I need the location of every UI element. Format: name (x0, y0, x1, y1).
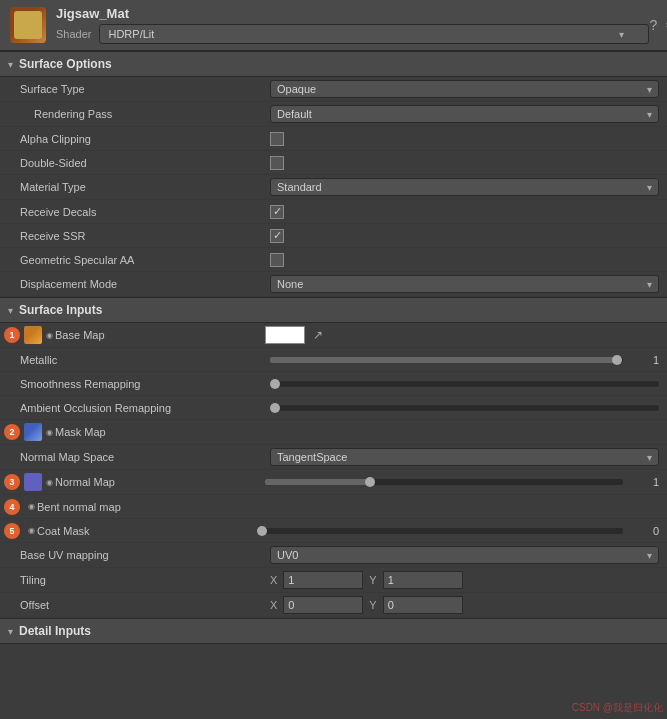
base-uv-mapping-dropdown[interactable]: UV0 ▾ (270, 546, 659, 564)
tiling-x-input[interactable] (283, 571, 363, 589)
geometric-specular-aa-row: Geometric Specular AA (0, 248, 667, 272)
normal-map-label: Normal Map (55, 476, 265, 488)
mask-map-dot: ◉ (46, 428, 53, 437)
ambient-occlusion-row: Ambient Occlusion Remapping (0, 396, 667, 420)
smoothness-slider-thumb[interactable] (270, 379, 280, 389)
material-type-arrow: ▾ (647, 182, 652, 193)
offset-x-label: X (270, 599, 277, 611)
coat-mask-label: Coat Mask (37, 525, 257, 537)
smoothness-slider-container[interactable] (270, 377, 659, 391)
header-icons: ? ⚙ ⋮ (649, 17, 667, 33)
rendering-pass-arrow: ▾ (647, 109, 652, 120)
surface-options-triangle: ▾ (8, 59, 13, 70)
mask-map-num: 2 (4, 424, 20, 440)
normal-map-space-text: TangentSpace (277, 451, 347, 463)
help-icon[interactable]: ? (649, 17, 657, 33)
material-name: Jigsaw_Mat (56, 6, 649, 21)
shader-dropdown-arrow: ▾ (619, 29, 624, 40)
material-avatar (10, 7, 46, 43)
normal-map-space-arrow: ▾ (647, 452, 652, 463)
displacement-mode-row: Displacement Mode None ▾ (0, 272, 667, 297)
coat-mask-slider-thumb[interactable] (257, 526, 267, 536)
base-map-thumb (24, 326, 42, 344)
metallic-row: Metallic 1 (0, 348, 667, 372)
offset-y-input[interactable] (383, 596, 463, 614)
tiling-row: Tiling X Y (0, 568, 667, 593)
surface-options-section[interactable]: ▾ Surface Options (0, 51, 667, 77)
displacement-mode-label: Displacement Mode (20, 278, 270, 290)
smoothness-slider-track (270, 381, 659, 387)
coat-mask-row: 5 ◉ Coat Mask 0 (0, 519, 667, 543)
material-header: Jigsaw_Mat Shader HDRP/Lit ▾ ? ⚙ ⋮ (0, 0, 667, 51)
surface-type-row: Surface Type Opaque ▾ (0, 77, 667, 102)
surface-type-label: Surface Type (20, 83, 270, 95)
metallic-slider-thumb[interactable] (612, 355, 622, 365)
normal-map-slider-thumb[interactable] (365, 477, 375, 487)
tiling-y-input[interactable] (383, 571, 463, 589)
detail-inputs-triangle: ▾ (8, 626, 13, 637)
base-map-color[interactable] (265, 326, 305, 344)
base-uv-mapping-row: Base UV mapping UV0 ▾ (0, 543, 667, 568)
surface-type-arrow: ▾ (647, 84, 652, 95)
double-sided-checkbox[interactable] (270, 156, 284, 170)
normal-map-slider-value: 1 (627, 476, 659, 488)
receive-decals-checkbox[interactable] (270, 205, 284, 219)
ao-slider-thumb[interactable] (270, 403, 280, 413)
rendering-pass-label: Rendering Pass (20, 108, 270, 120)
receive-decals-value (270, 205, 659, 219)
coat-mask-value: 0 (257, 524, 659, 538)
metallic-slider-fill (270, 357, 619, 363)
ao-slider-track (270, 405, 659, 411)
detail-inputs-section[interactable]: ▾ Detail Inputs (0, 618, 667, 644)
rendering-pass-row: Rendering Pass Default ▾ (0, 102, 667, 127)
alpha-clipping-value (270, 132, 659, 146)
geometric-specular-aa-label: Geometric Specular AA (20, 254, 270, 266)
surface-inputs-section[interactable]: ▾ Surface Inputs (0, 297, 667, 323)
metallic-value: 1 (270, 353, 659, 367)
avatar-icon (14, 11, 42, 39)
base-uv-mapping-value: UV0 ▾ (270, 546, 659, 564)
rendering-pass-dropdown[interactable]: Default ▾ (270, 105, 659, 123)
normal-map-slider-track (265, 479, 623, 485)
offset-value: X Y (270, 596, 659, 614)
material-type-row: Material Type Standard ▾ (0, 175, 667, 200)
normal-map-thumb (24, 473, 42, 491)
detail-inputs-title: Detail Inputs (19, 624, 91, 638)
offset-y-label: Y (369, 599, 376, 611)
material-type-value: Standard ▾ (270, 178, 659, 196)
mask-map-thumb (24, 423, 42, 441)
mask-map-row: 2 ◉ Mask Map (0, 420, 667, 445)
metallic-slider-container[interactable] (270, 353, 623, 367)
receive-ssr-checkbox[interactable] (270, 229, 284, 243)
displacement-mode-value: None ▾ (270, 275, 659, 293)
base-map-expand[interactable]: ↗ (313, 328, 323, 342)
surface-type-value: Opaque ▾ (270, 80, 659, 98)
base-map-row: 1 ◉ Base Map ↗ (0, 323, 667, 348)
material-type-dropdown[interactable]: Standard ▾ (270, 178, 659, 196)
coat-mask-slider-container[interactable] (257, 524, 623, 538)
normal-map-slider-container[interactable] (265, 475, 623, 489)
normal-map-space-dropdown[interactable]: TangentSpace ▾ (270, 448, 659, 466)
ao-slider-container[interactable] (270, 401, 659, 415)
displacement-mode-dropdown[interactable]: None ▾ (270, 275, 659, 293)
tiling-y-label: Y (369, 574, 376, 586)
bent-normal-map-num: 4 (4, 499, 20, 515)
metallic-slider-track (270, 357, 623, 363)
bent-normal-map-dot: ◉ (28, 502, 35, 511)
alpha-clipping-row: Alpha Clipping (0, 127, 667, 151)
normal-map-value: 1 (265, 475, 659, 489)
surface-inputs-triangle: ▾ (8, 305, 13, 316)
receive-ssr-label: Receive SSR (20, 230, 270, 242)
tiling-value: X Y (270, 571, 659, 589)
double-sided-value (270, 156, 659, 170)
bent-normal-map-row: 4 ◉ Bent normal map (0, 495, 667, 519)
surface-type-dropdown[interactable]: Opaque ▾ (270, 80, 659, 98)
geometric-specular-aa-checkbox[interactable] (270, 253, 284, 267)
coat-mask-num: 5 (4, 523, 20, 539)
offset-x-input[interactable] (283, 596, 363, 614)
smoothness-remapping-value (270, 377, 659, 391)
shader-dropdown[interactable]: HDRP/Lit ▾ (99, 24, 649, 44)
shader-value: HDRP/Lit (108, 28, 154, 40)
alpha-clipping-checkbox[interactable] (270, 132, 284, 146)
mask-map-label: Mask Map (55, 426, 265, 438)
